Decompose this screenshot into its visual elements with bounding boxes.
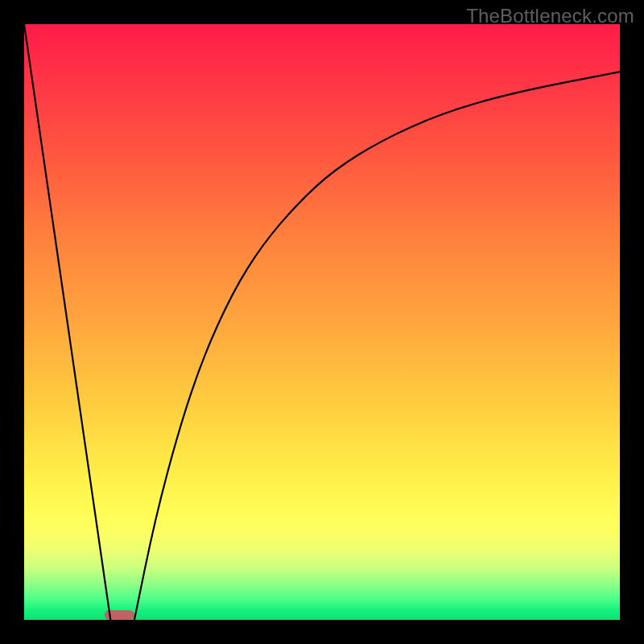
chart-frame: TheBottleneck.com [0,0,644,644]
curve-svg [24,24,620,620]
curve-left-segment [24,24,110,620]
plot-area [24,24,620,620]
curve-right-segment [134,72,620,620]
